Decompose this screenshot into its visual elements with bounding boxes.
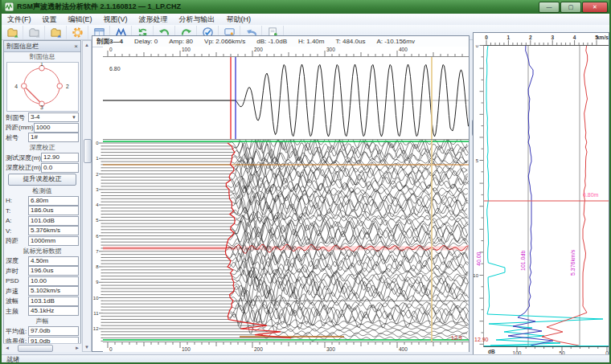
field-label: 波幅 xyxy=(6,297,28,305)
header-t: T: 484.0us xyxy=(335,38,365,45)
sidebar-horizontal-scrollbar[interactable]: ◄ ► xyxy=(3,343,81,352)
pile-section-diagram: 1234 xyxy=(6,62,79,112)
svg-text:0: 0 xyxy=(109,346,113,352)
svg-text:8: 8 xyxy=(96,264,99,269)
svg-text:1: 1 xyxy=(96,156,99,161)
menu-item-4[interactable]: 波形处理 xyxy=(133,14,174,25)
field-label: 主频 xyxy=(6,307,28,316)
field-row: PSD10.00 xyxy=(6,276,79,285)
header-db: dB: -1.0dB xyxy=(256,38,287,45)
svg-text:200: 200 xyxy=(254,346,263,352)
field-input[interactable]: 0.0 xyxy=(41,163,79,173)
field-input[interactable]: 101.0dB xyxy=(28,216,79,226)
svg-text:dB: dB xyxy=(488,349,495,354)
save-file-button[interactable] xyxy=(23,26,45,39)
import-file-button[interactable] xyxy=(45,26,67,39)
field-row: 深度4.50m xyxy=(6,256,79,265)
app-icon xyxy=(5,2,14,11)
field-label: 桩号 xyxy=(6,133,28,142)
svg-text:3: 3 xyxy=(551,35,554,40)
curves-panel: 012345km/s 0510 100500dB 40.00 101.0db 5… xyxy=(473,32,609,356)
field-label: 跨距(mm) xyxy=(6,123,34,132)
field-label: 声时 xyxy=(6,267,28,276)
menu-item-2[interactable]: 编辑(E) xyxy=(63,14,98,25)
depth-ruler-right: 0510 xyxy=(474,45,483,346)
field-input[interactable]: 45.1kHz xyxy=(28,306,79,316)
field-row: 跨距(mm)1000 xyxy=(6,123,79,132)
field-input[interactable]: 186.0us xyxy=(28,206,79,215)
svg-text:5: 5 xyxy=(476,158,479,163)
waveform-header: 剖面3—4 Delay: 0 Amp: 80 Vp: 2.066km/s dB:… xyxy=(92,36,469,47)
scrollbar-thumb[interactable] xyxy=(18,345,53,352)
header-amp: Amp: 80 xyxy=(169,38,193,45)
field-label: 深度 xyxy=(6,256,28,265)
field-input[interactable]: 196.0us xyxy=(28,266,79,276)
field-input[interactable]: 10.00 xyxy=(28,276,79,286)
minimize-button[interactable]: — xyxy=(539,2,560,13)
settings-gear-button[interactable] xyxy=(67,26,88,39)
scroll-left-icon[interactable]: ◄ xyxy=(3,346,11,350)
header-delay: Delay: 0 xyxy=(134,38,158,45)
field-select[interactable]: 3-4▼ xyxy=(28,112,79,122)
section-heading-1: 深度校正 xyxy=(6,143,79,152)
svg-text:0: 0 xyxy=(96,141,99,145)
field-input[interactable]: 5.102km/s xyxy=(28,286,79,296)
trace-stack-panel[interactable] xyxy=(103,140,469,342)
svg-text:200: 200 xyxy=(254,47,263,52)
panel-close-icon[interactable]: × xyxy=(74,43,78,51)
field-label: 测试深度(m) xyxy=(6,153,41,162)
field-row: 桩号1# xyxy=(6,133,79,142)
field-input[interactable]: 5.376km/s xyxy=(28,226,79,235)
svg-text:100: 100 xyxy=(182,346,191,352)
svg-text:4: 4 xyxy=(573,35,576,40)
field-input[interactable]: 1000mm xyxy=(28,236,79,246)
field-input[interactable]: 1000 xyxy=(34,123,79,133)
svg-text:1: 1 xyxy=(507,35,511,40)
field-label: 平均值: xyxy=(6,327,28,336)
open-file-button[interactable] xyxy=(2,26,23,39)
chevron-down-icon[interactable]: ▼ xyxy=(72,113,76,121)
field-row: 主频45.1kHz xyxy=(6,307,79,316)
menu-item-0[interactable]: 文件(F) xyxy=(2,14,37,25)
field-label: 跨距 xyxy=(6,236,28,245)
field-label: V: xyxy=(6,227,28,235)
svg-text:km/s: km/s xyxy=(597,35,609,40)
sidebar-vertical-scrollbar[interactable]: ▲ ▼ xyxy=(82,40,92,352)
svg-text:3: 3 xyxy=(40,104,43,109)
scroll-down-icon[interactable]: ▼ xyxy=(83,343,91,351)
field-row: 剖面号3-4▼ xyxy=(6,113,79,122)
scroll-up-icon[interactable]: ▲ xyxy=(83,41,91,49)
field-input[interactable]: 97.0db xyxy=(28,326,79,336)
menu-item-1[interactable]: 设置 xyxy=(37,14,63,25)
svg-text:10: 10 xyxy=(93,296,99,301)
menu-item-3[interactable]: 视图(V) xyxy=(98,14,133,25)
lift-error-correct-button[interactable]: 提升误差校正 xyxy=(8,174,77,186)
svg-text:300: 300 xyxy=(326,47,335,52)
header-profile: 剖面3—4 xyxy=(96,37,123,46)
scroll-right-icon[interactable]: ► xyxy=(73,346,81,350)
field-input[interactable]: 4.50m xyxy=(28,256,79,266)
open-file-icon xyxy=(6,27,18,39)
field-input[interactable]: 103.1dB xyxy=(28,297,79,306)
field-label: PSD xyxy=(6,277,28,284)
field-label: 剖面号 xyxy=(6,113,28,122)
velocity-ruler: 012345km/s xyxy=(474,34,609,45)
menu-bar: 文件(F)设置编辑(E)视图(V)波形处理分析与输出帮助(H) xyxy=(2,14,609,26)
maximize-button[interactable]: ▢ xyxy=(560,2,581,13)
settings-gear-icon xyxy=(72,27,84,39)
single-trace-panel[interactable] xyxy=(103,56,469,140)
svg-text:0: 0 xyxy=(485,35,488,40)
curves-plot[interactable] xyxy=(483,45,609,347)
menu-item-6[interactable]: 帮助(H) xyxy=(221,14,257,25)
field-label: A: xyxy=(6,217,28,224)
svg-text:400: 400 xyxy=(399,346,408,352)
panel-caption: 剖面信息栏 × xyxy=(4,41,80,52)
field-row: 测试深度(m)12.90 xyxy=(6,153,79,162)
close-button[interactable]: ✕ xyxy=(582,2,608,13)
field-input[interactable]: 12.90 xyxy=(41,153,79,162)
scrollbar-thumb[interactable] xyxy=(84,139,92,163)
svg-text:1: 1 xyxy=(40,63,43,67)
field-input[interactable]: 6.80m xyxy=(28,196,79,206)
field-input[interactable]: 1# xyxy=(28,133,79,142)
menu-item-5[interactable]: 分析与输出 xyxy=(174,14,221,25)
